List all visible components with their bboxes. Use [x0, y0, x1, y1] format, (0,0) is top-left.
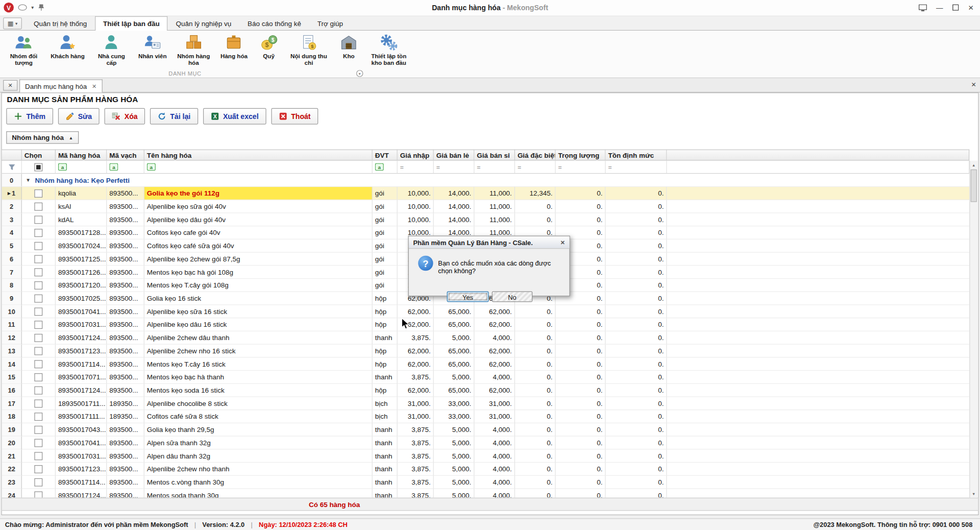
document-tab[interactable]: Danh mục hàng hóa ✕	[19, 80, 102, 93]
row-checkbox[interactable]	[34, 242, 42, 250]
panel-close-icon[interactable]: ✕	[971, 81, 976, 88]
ribbon-item[interactable]: $$Quỹ	[254, 33, 283, 60]
column-header[interactable]: Giá bán sỉ	[474, 150, 515, 161]
scroll-down-arrow-icon[interactable]: ▼	[970, 490, 977, 498]
row-checkbox[interactable]	[34, 399, 42, 407]
row-select-cell[interactable]	[22, 331, 56, 345]
column-header[interactable]: Mã hàng hóa	[56, 150, 107, 161]
filter-text-icon[interactable]: a	[373, 161, 398, 173]
row-checkbox[interactable]	[34, 439, 42, 447]
row-checkbox[interactable]	[34, 229, 42, 237]
tab-close-icon[interactable]: ✕	[92, 83, 96, 89]
ribbon-item[interactable]: Nhóm hàng hóa	[174, 33, 213, 67]
row-select-cell[interactable]	[22, 279, 56, 292]
filter-text-icon[interactable]: a	[107, 161, 144, 173]
table-row[interactable]: 1389350017123...893500...Alpenlibe 2chew…	[2, 345, 970, 358]
table-row[interactable]: 1489350017114...893500...Mentos kẹo T.câ…	[2, 357, 970, 371]
row-checkbox[interactable]	[34, 452, 42, 460]
ribbon-item[interactable]: Khách hàng	[50, 33, 86, 60]
maximize-icon[interactable]	[952, 5, 959, 11]
ribbon-item[interactable]: Thiết lập tồn kho ban đầu	[369, 33, 409, 67]
row-select-cell[interactable]	[22, 384, 56, 397]
row-checkbox[interactable]	[34, 333, 42, 342]
row-select-cell[interactable]	[22, 463, 56, 476]
scrollbar-thumb[interactable]	[971, 170, 977, 202]
group-dialog-launcher-icon[interactable]: ▾	[356, 70, 363, 77]
column-header[interactable]: ĐVT	[373, 150, 398, 161]
filter-equals-icon[interactable]: =	[515, 161, 556, 173]
row-select-cell[interactable]	[22, 292, 56, 305]
close-icon[interactable]: ✕	[968, 3, 973, 13]
filter-equals-icon[interactable]: =	[606, 161, 667, 173]
row-select-cell[interactable]	[22, 239, 56, 253]
row-select-cell[interactable]	[22, 200, 56, 213]
table-row[interactable]: 3kdAL893500...Alpenlibe kẹo dâu gói 40vg…	[2, 213, 970, 227]
dialog-titlebar[interactable]: Phần mềm Quản Lý Bán Hàng - CSale. ✕	[409, 236, 570, 249]
column-header[interactable]: Mã vạch	[107, 150, 144, 161]
collapse-triangle-icon[interactable]: ▼	[26, 177, 31, 183]
ribbon-tab-3[interactable]: Báo cáo thống kê	[239, 16, 309, 30]
exit-button[interactable]: Thoát	[271, 108, 318, 125]
row-checkbox[interactable]	[34, 307, 42, 316]
column-header[interactable]: Giá đặc biệt	[515, 150, 556, 161]
row-select-cell[interactable]	[22, 371, 56, 384]
row-checkbox[interactable]	[34, 491, 42, 498]
table-row[interactable]: 2ksAl893500...Alpenlibe kẹo sữa gói 40vg…	[2, 200, 970, 213]
table-row[interactable]: 2489350017124...893500...Mentos soda tha…	[2, 489, 970, 498]
ribbon-item[interactable]: Nhóm đối tượng	[4, 33, 43, 67]
row-select-cell[interactable]	[22, 253, 56, 266]
row-select-cell[interactable]	[22, 476, 56, 489]
filter-equals-icon[interactable]: =	[434, 161, 475, 173]
row-checkbox[interactable]	[34, 413, 42, 421]
reload-button[interactable]: Tải lại	[150, 108, 198, 125]
filter-equals-icon[interactable]: =	[474, 161, 515, 173]
row-checkbox[interactable]	[34, 281, 42, 289]
close-all-tabs-button[interactable]: ✕	[3, 80, 17, 91]
column-header[interactable]: Giá nhập	[398, 150, 434, 161]
row-select-cell[interactable]	[22, 187, 56, 200]
filter-funnel-icon[interactable]	[2, 161, 22, 173]
table-row[interactable]: 2089350017041...893500...Alpen sữa thanh…	[2, 437, 970, 450]
row-select-cell[interactable]	[22, 489, 56, 498]
row-select-cell[interactable]	[22, 213, 56, 227]
scroll-up-arrow-icon[interactable]: ▲	[970, 161, 977, 169]
fit-screen-icon[interactable]	[919, 4, 927, 11]
row-checkbox[interactable]	[34, 321, 42, 329]
filter-equals-icon[interactable]: =	[556, 161, 606, 173]
edit-button[interactable]: Sửa	[58, 108, 99, 125]
table-row[interactable]: 2389350017114...893500...Mentos c.vòng t…	[2, 476, 970, 489]
ribbon-item[interactable]: Kho	[334, 33, 363, 60]
row-checkbox[interactable]	[34, 215, 42, 224]
row-checkbox[interactable]	[34, 189, 42, 197]
row-checkbox[interactable]	[34, 386, 42, 394]
row-select-cell[interactable]	[22, 397, 56, 411]
ribbon-menu-button[interactable]: ▦▾	[3, 17, 22, 29]
ribbon-item[interactable]: Nhân viên	[137, 33, 168, 60]
filter-equals-icon[interactable]: =	[398, 161, 434, 173]
row-select-cell[interactable]	[22, 410, 56, 423]
row-select-cell[interactable]	[22, 357, 56, 371]
vertical-scrollbar[interactable]: ▲ ▼	[969, 161, 977, 498]
row-select-cell[interactable]	[22, 449, 56, 463]
row-select-cell[interactable]	[22, 318, 56, 331]
table-row[interactable]: 1689350017124...893500...Mentos kẹo soda…	[2, 384, 970, 397]
filter-text-icon[interactable]: a	[144, 161, 373, 173]
row-select-cell[interactable]	[22, 226, 56, 239]
ribbon-item[interactable]: $Nội dung thu chi	[289, 33, 329, 67]
table-row[interactable]: ▸1kqolia893500...Golia kẹo the gói 112gg…	[2, 187, 970, 200]
no-button[interactable]: No	[492, 292, 533, 302]
select-all-checkbox[interactable]	[22, 161, 56, 173]
export-excel-button[interactable]: XXuất excel	[203, 108, 266, 125]
row-checkbox[interactable]	[34, 465, 42, 473]
row-select-cell[interactable]	[22, 266, 56, 279]
row-checkbox[interactable]	[34, 268, 42, 276]
table-row[interactable]: 1189350017031...893500...Alpenlibe kẹo d…	[2, 318, 970, 331]
column-header[interactable]: Trọng lượng	[556, 150, 606, 161]
row-checkbox[interactable]	[34, 347, 42, 355]
row-select-cell[interactable]	[22, 305, 56, 319]
group-row[interactable]: 0 ▼ Nhóm hàng hóa: Kẹo Perfetti	[2, 174, 970, 187]
column-header[interactable]: Giá bán lẻ	[434, 150, 475, 161]
ribbon-tab-0[interactable]: Quản trị hệ thống	[26, 16, 95, 30]
table-row[interactable]: 2289350017123...893500...Alpenlibe 2chew…	[2, 463, 970, 476]
row-checkbox[interactable]	[34, 425, 42, 433]
